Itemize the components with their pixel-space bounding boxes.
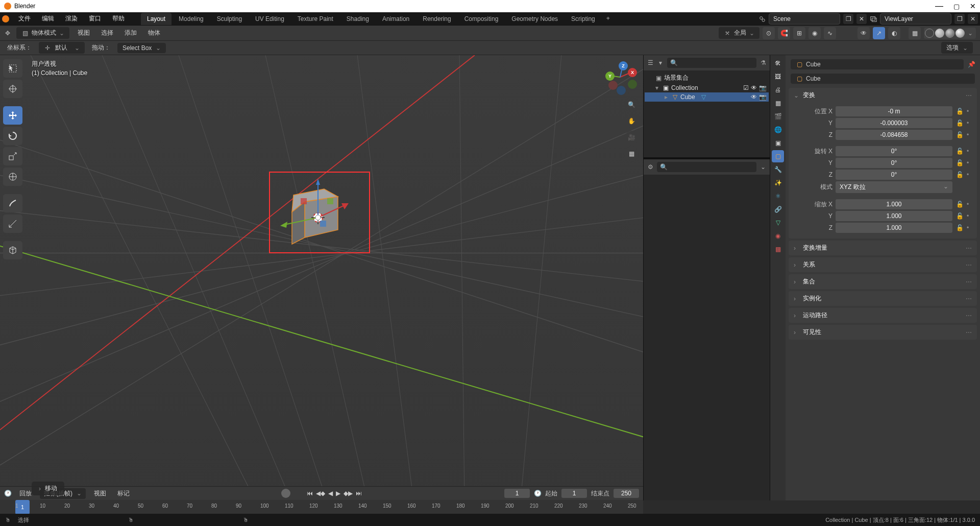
panel-menu-icon[interactable]: ⋯ — [966, 245, 972, 252]
shading-solid[interactable] — [935, 29, 944, 38]
properties-search[interactable]: 🔍 — [657, 162, 756, 172]
tool-move[interactable] — [3, 106, 22, 125]
minimize-button[interactable]: — — [935, 2, 943, 11]
panel-motion[interactable]: ›运动路径⋯ — [789, 308, 977, 323]
eye-icon[interactable]: 👁 — [751, 84, 757, 91]
mode-dropdown[interactable]: ▧ 物体模式 ⌄ — [16, 27, 69, 39]
options-dropdown[interactable]: 选项 ⌄ — [941, 42, 973, 54]
prop-tab-world[interactable]: 🌐 — [772, 124, 784, 136]
prop-tab-texture[interactable]: ▩ — [772, 243, 784, 255]
play-reverse-button[interactable]: ◀ — [328, 490, 333, 497]
editor-type-icon[interactable]: ✥ — [4, 30, 11, 37]
3d-viewport[interactable]: 用户透视 (1) Collection | Cube X Y Z 🔍 ✋ — [0, 55, 643, 500]
tab-rendering[interactable]: Rendering — [416, 13, 457, 25]
gizmo-button[interactable]: ↗ — [873, 27, 885, 39]
nav-zoom-button[interactable]: 🔍 — [625, 98, 638, 111]
loc-y-field[interactable]: -0.000003 — [836, 118, 952, 128]
menu-help[interactable]: 帮助 — [107, 12, 130, 25]
header-select[interactable]: 选择 — [98, 29, 116, 37]
axis-neg-x-icon[interactable] — [608, 81, 618, 90]
prop-tab-modifiers[interactable]: 🔧 — [772, 163, 784, 176]
end-frame-field[interactable]: 250 — [614, 489, 639, 498]
scale-y-field[interactable]: 1.000 — [836, 211, 952, 221]
jump-start-button[interactable]: ⏮ — [307, 490, 313, 497]
prop-tab-object[interactable]: ▢ — [772, 150, 784, 162]
current-frame-field[interactable]: 1 — [504, 489, 530, 498]
expand-icon[interactable]: ▾ — [654, 84, 660, 91]
autokey-button[interactable] — [281, 489, 290, 498]
viewlayer-name-field[interactable]: ViewLayer — [880, 13, 951, 25]
outliner-cube[interactable]: ▸ ▽ Cube ▽ 👁 📷 — [645, 92, 769, 102]
prop-tab-collection[interactable]: ▣ — [772, 137, 784, 149]
proportional-type-button[interactable]: ∿ — [824, 27, 836, 39]
keyframe-prev-button[interactable]: ◀◆ — [316, 490, 325, 497]
close-button[interactable]: ✕ — [970, 2, 976, 10]
panel-collection[interactable]: ›集合⋯ — [789, 274, 977, 289]
menu-file[interactable]: 文件 — [13, 12, 36, 25]
tool-add-cube[interactable] — [3, 241, 22, 259]
tool-scale[interactable] — [3, 147, 22, 165]
lock-icon[interactable]: 🔓 — [955, 159, 964, 166]
lock-icon[interactable]: 🔓 — [955, 131, 964, 138]
timeline-view[interactable]: 视图 — [91, 489, 109, 498]
tab-uv-editing[interactable]: UV Editing — [249, 13, 290, 25]
outliner-filter-icon[interactable]: ⚗ — [760, 59, 767, 66]
tab-sculpting[interactable]: Sculpting — [211, 13, 248, 25]
prop-tab-render[interactable]: 🖼 — [772, 70, 784, 83]
xray-button[interactable]: ▦ — [909, 27, 921, 39]
lock-icon[interactable]: 🔓 — [955, 108, 964, 115]
axis-neg-y-icon[interactable] — [628, 80, 637, 89]
properties-options-icon[interactable]: ⌄ — [760, 163, 767, 171]
scale-z-field[interactable]: 1.000 — [836, 223, 952, 233]
props-breadcrumb-object[interactable]: ▢ Cube — [791, 59, 964, 69]
rot-x-field[interactable]: 0° — [836, 146, 952, 156]
tab-texture-paint[interactable]: Texture Paint — [291, 13, 339, 25]
tab-animation[interactable]: Animation — [376, 13, 415, 25]
add-workspace-button[interactable]: + — [602, 13, 614, 25]
scene-browse-icon[interactable] — [758, 15, 766, 22]
animate-dot[interactable]: • — [967, 108, 972, 115]
scene-name-field[interactable]: Scene — [769, 13, 840, 25]
animate-dot[interactable]: • — [967, 201, 972, 208]
prop-tab-constraints[interactable]: 🔗 — [772, 203, 784, 216]
outliner-scene-collection[interactable]: ▣ 场景集合 — [645, 73, 769, 83]
panel-menu-icon[interactable]: ⋯ — [966, 312, 972, 319]
timeline-ruler[interactable]: 1 11020304050607080901001101201301401501… — [0, 500, 643, 514]
loc-x-field[interactable]: -0 m — [836, 106, 952, 116]
tab-scripting[interactable]: Scripting — [565, 13, 601, 25]
nav-pan-button[interactable]: ✋ — [625, 114, 638, 128]
lock-icon[interactable]: 🔓 — [955, 212, 964, 220]
rot-y-field[interactable]: 0° — [836, 158, 952, 168]
axis-z-icon[interactable]: Z — [619, 61, 628, 70]
prop-tab-viewlayer[interactable]: ▦ — [772, 97, 784, 109]
menu-render[interactable]: 渲染 — [60, 12, 83, 25]
tab-modeling[interactable]: Modeling — [173, 13, 210, 25]
snap-type-button[interactable]: ⊞ — [793, 27, 805, 39]
tool-measure[interactable] — [3, 214, 22, 233]
outliner-type-icon[interactable]: ☰ — [647, 59, 654, 66]
redo-panel[interactable]: › 移动 — [32, 482, 64, 495]
header-view[interactable]: 视图 — [75, 29, 93, 37]
axis-y-icon[interactable]: Y — [605, 71, 615, 81]
menu-window[interactable]: 窗口 — [84, 12, 106, 25]
snap-button[interactable]: 🧲 — [778, 27, 790, 39]
outliner-collection[interactable]: ▾ ▣ Collection ☑ 👁 📷 — [645, 83, 769, 92]
eye-icon[interactable]: 👁 — [751, 93, 757, 101]
panel-menu-icon[interactable]: ⋯ — [966, 295, 972, 302]
play-button[interactable]: ▶ — [336, 490, 340, 497]
header-object[interactable]: 物体 — [145, 29, 163, 37]
scene-delete-button[interactable]: ✕ — [856, 14, 867, 24]
lock-icon[interactable]: 🔓 — [955, 224, 964, 231]
panel-transform[interactable]: ⌄ 变换 ⋯ — [789, 88, 977, 103]
tool-select-box[interactable] — [3, 59, 22, 78]
timeline-marker[interactable]: 标记 — [114, 489, 133, 498]
viewlayer-delete-button[interactable]: ✕ — [968, 14, 978, 24]
maximize-button[interactable]: ▢ — [953, 3, 960, 10]
lock-icon[interactable]: 🔓 — [955, 171, 964, 178]
tab-shading[interactable]: Shading — [340, 13, 375, 25]
panel-menu-icon[interactable]: ⋯ — [966, 261, 972, 269]
rot-z-field[interactable]: 0° — [836, 170, 952, 180]
lock-icon[interactable]: 🔓 — [955, 148, 964, 155]
outliner-search[interactable]: 🔍 — [667, 58, 756, 68]
tool-transform[interactable] — [3, 168, 22, 186]
